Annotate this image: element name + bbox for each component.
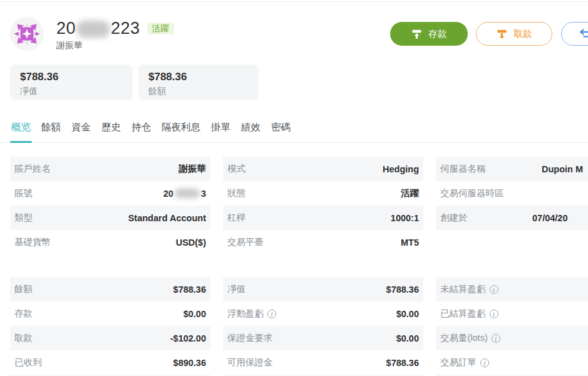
row-label: 餘額 (14, 283, 33, 295)
table-row: 已收到$890.36 (10, 350, 210, 375)
tab-1[interactable]: 概览 (10, 118, 32, 142)
table-row: 保證金要求$0.00 (223, 326, 423, 350)
row-value: 活躍 (401, 187, 419, 199)
row-value: 203 (163, 189, 206, 199)
table-row: 基礎貨幣USD($) (10, 230, 210, 254)
account-info-col-3: 伺服器名稱Dupoin M交易伺服器時區創建於07/04/20 (436, 157, 588, 254)
account-number: 20223 (56, 19, 140, 38)
account-info-col-2: 模式Hedging狀態活躍杠桿1000:1交易平臺MT5 (223, 157, 423, 254)
row-value: Dupoin M (542, 164, 583, 174)
table-row: 已結算盈虧i (436, 301, 588, 326)
row-value: 1000:1 (391, 213, 419, 223)
tab-2[interactable]: 餘額 (40, 118, 62, 142)
balance-label: 餘額 (148, 86, 249, 97)
row-value: MT5 (401, 238, 419, 248)
row-label: 交易訂單 (440, 357, 477, 368)
row-label: 賬戶姓名 (14, 163, 51, 175)
table-row: 交易平臺MT5 (223, 230, 423, 254)
financials-col-3: 未結算盈虧i已結算盈虧i交易量(lots)i交易訂單i (436, 277, 588, 376)
row-label: 保證金要求 (227, 332, 273, 344)
row-value: 謝振華 (179, 163, 207, 175)
tab-5[interactable]: 持仓 (130, 118, 152, 142)
deposit-button[interactable]: 存款 (390, 22, 468, 46)
account-info-table: 賬戶姓名謝振華賬號203類型Standard Account基礎貨幣USD($)… (10, 157, 588, 254)
transfer-button[interactable] (561, 22, 588, 46)
table-row: 伺服器名稱Dupoin M (436, 157, 588, 181)
row-value: $0.00 (396, 309, 419, 319)
table-row: 類型Standard Account (10, 206, 210, 230)
row-value: Standard Account (128, 213, 206, 223)
status-badge: 活躍 (147, 23, 174, 35)
table-row: 取款-$102.00 (10, 326, 210, 350)
table-row: 交易訂單i (436, 350, 588, 375)
blurred-text (175, 189, 200, 198)
row-value: $788.36 (173, 285, 206, 295)
row-label: 可用保證金 (227, 357, 273, 368)
row-label: 類型 (14, 212, 33, 224)
balance-value: $788.36 (148, 70, 249, 84)
row-value: $0.00 (396, 333, 419, 343)
account-info-col-1: 賬戶姓名謝振華賬號203類型Standard Account基礎貨幣USD($) (10, 157, 210, 254)
row-label: 狀態 (227, 187, 245, 199)
table-row: 浮動盈虧i$0.00 (223, 301, 423, 326)
financials-col-2: 凈值$788.36浮動盈虧i$0.00保證金要求$0.00可用保證金$788.3… (223, 277, 423, 376)
tab-4[interactable]: 歷史 (100, 118, 122, 142)
table-row: 賬號203 (10, 181, 210, 206)
row-value: $788.36 (386, 285, 419, 295)
row-label: 交易量(lots) (440, 332, 488, 344)
row-value: $890.36 (173, 358, 206, 368)
top-divider (0, 1, 588, 2)
row-label: 未結算盈虧 (440, 283, 486, 295)
blurred-text (77, 21, 110, 38)
table-row: 創建於07/04/20 (436, 206, 588, 230)
tab-6[interactable]: 隔夜利息 (160, 118, 202, 142)
table-row: 餘額$788.36 (10, 277, 210, 301)
row-label: 存款 (14, 308, 33, 320)
info-icon[interactable]: i (492, 334, 500, 343)
table-row: 賬戶姓名謝振華 (10, 157, 210, 181)
row-value: USD($) (176, 238, 206, 248)
row-label: 已結算盈虧 (440, 308, 486, 320)
row-label: 賬號 (14, 187, 33, 199)
withdraw-arrow-down-icon (496, 28, 508, 40)
row-label: 凈值 (227, 283, 245, 295)
transfer-arrow-icon (579, 28, 588, 40)
table-row: 模式Hedging (223, 157, 423, 181)
withdraw-button-label: 取款 (513, 28, 532, 40)
info-icon[interactable]: i (490, 310, 498, 318)
row-label: 已收到 (14, 357, 42, 368)
equity-label: 凈值 (20, 86, 123, 97)
table-row: 交易量(lots)i (436, 326, 588, 350)
deposit-arrow-up-icon (411, 28, 423, 40)
tab-8[interactable]: 績效 (240, 118, 262, 142)
balance-card: $788.36 餘額 (138, 65, 259, 100)
account-holder-name: 謝振華 (56, 40, 83, 51)
deposit-button-label: 存款 (428, 28, 447, 40)
tab-7[interactable]: 掛單 (210, 118, 232, 142)
table-row: 凈值$788.36 (223, 277, 423, 301)
info-icon[interactable]: i (490, 285, 498, 294)
row-label: 交易伺服器時區 (440, 187, 504, 199)
table-row: 存款$0.00 (10, 301, 210, 326)
table-row: 狀態活躍 (223, 181, 423, 206)
row-value: Hedging (383, 164, 419, 174)
withdraw-button[interactable]: 取款 (476, 22, 552, 46)
financials-col-1: 餘額$788.36存款$0.00取款-$102.00已收到$890.36 (10, 277, 210, 376)
table-row: 交易伺服器時區 (436, 181, 588, 206)
row-value: $0.00 (183, 309, 206, 319)
row-value: $788.36 (386, 358, 419, 368)
tab-3[interactable]: 資金 (70, 118, 92, 142)
row-value: -$102.00 (170, 333, 206, 343)
row-label: 伺服器名稱 (440, 163, 486, 175)
tab-9[interactable]: 密碼 (270, 118, 292, 142)
table-row: 未結算盈虧i (436, 277, 588, 301)
tab-bar: 概览餘額資金歷史持仓隔夜利息掛單績效密碼 (0, 118, 588, 143)
table-row: 杠桿1000:1 (223, 206, 423, 230)
info-icon[interactable]: i (480, 358, 489, 367)
row-label: 模式 (227, 163, 245, 175)
row-value: 07/04/20 (532, 213, 567, 223)
avatar-icon (10, 42, 44, 53)
financials-table: 餘額$788.36存款$0.00取款-$102.00已收到$890.36 凈值$… (10, 277, 588, 376)
row-label: 取款 (14, 332, 33, 344)
info-icon[interactable]: i (267, 310, 276, 318)
